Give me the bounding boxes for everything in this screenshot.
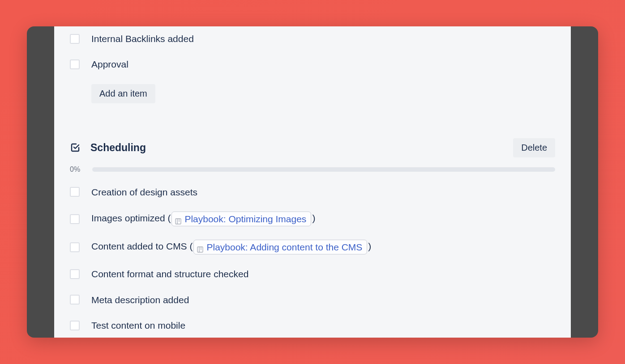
label-prefix: Content added to CMS ( <box>91 241 193 251</box>
progress-row: 0% <box>70 165 555 174</box>
card-panel: Internal Backlinks added Approval Add an… <box>54 26 571 338</box>
checklist-item: Test content on mobile <box>70 319 555 331</box>
checkbox[interactable] <box>70 214 80 224</box>
label-prefix: Images optimized ( <box>91 213 171 223</box>
checklist-item: Meta description added <box>70 294 555 306</box>
checklist-item: Content added to CMS ( Playbook: Adding … <box>70 240 555 254</box>
checkbox[interactable] <box>70 295 80 305</box>
checkbox[interactable] <box>70 59 80 69</box>
playbook-link-text: Playbook: Optimizing Images <box>184 213 306 225</box>
checklist-item-label[interactable]: Content format and structure checked <box>91 268 248 280</box>
board-icon <box>197 244 204 251</box>
progress-bar <box>92 167 555 172</box>
checklist-item-label[interactable]: Images optimized ( Playbook: Optimizing … <box>91 212 315 226</box>
svg-rect-0 <box>176 219 181 224</box>
playbook-link[interactable]: Playbook: Adding content to the CMS <box>193 240 367 254</box>
checklist-item-label[interactable]: Content added to CMS ( Playbook: Adding … <box>91 240 371 254</box>
checklist-item: Images optimized ( Playbook: Optimizing … <box>70 212 555 226</box>
checklist-item-label[interactable]: Meta description added <box>91 294 189 306</box>
modal-backdrop: Internal Backlinks added Approval Add an… <box>27 26 598 338</box>
section-title[interactable]: Scheduling <box>90 142 146 154</box>
section-header-left: Scheduling <box>70 142 146 154</box>
playbook-link[interactable]: Playbook: Optimizing Images <box>171 212 311 226</box>
section-header: Scheduling Delete <box>70 138 555 157</box>
checkbox[interactable] <box>70 187 80 197</box>
checklist-item: Content format and structure checked <box>70 268 555 280</box>
checkbox[interactable] <box>70 242 80 252</box>
checklist-item-label[interactable]: Test content on mobile <box>91 319 185 331</box>
checkbox[interactable] <box>70 34 80 44</box>
label-suffix: ) <box>312 213 315 223</box>
checkbox[interactable] <box>70 321 80 330</box>
checklist-item-label[interactable]: Creation of design assets <box>91 186 197 198</box>
checklist-item-label[interactable]: Approval <box>91 58 128 70</box>
delete-button[interactable]: Delete <box>513 138 555 157</box>
checklist-icon <box>70 142 81 153</box>
svg-rect-3 <box>197 247 203 252</box>
checklist-item: Approval <box>70 58 555 70</box>
label-suffix: ) <box>368 241 371 251</box>
checklist-item-label[interactable]: Internal Backlinks added <box>91 33 194 45</box>
add-item-button[interactable]: Add an item <box>91 84 155 103</box>
checkbox[interactable] <box>70 269 80 279</box>
playbook-link-text: Playbook: Adding content to the CMS <box>206 241 362 253</box>
checklist-item: Creation of design assets <box>70 186 555 198</box>
board-icon <box>175 216 182 223</box>
checklist-item: Internal Backlinks added <box>70 33 555 45</box>
progress-percentage: 0% <box>70 165 81 174</box>
